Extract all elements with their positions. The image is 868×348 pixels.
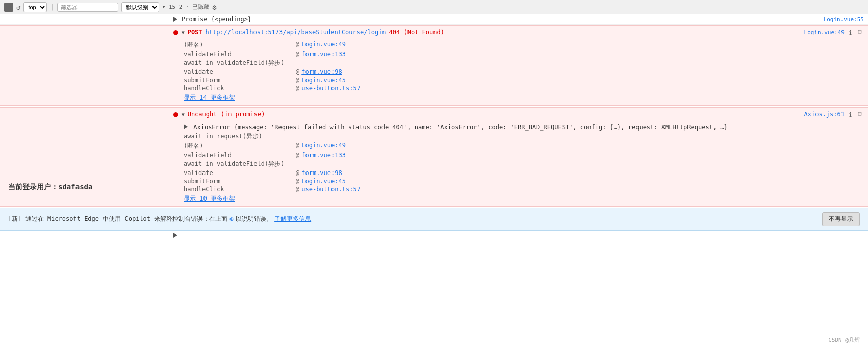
stack-row: await in validateField(异步): [0, 58, 868, 68]
copilot-dismiss-button[interactable]: 不再显示: [822, 212, 860, 226]
show-more-link-2[interactable]: 显示 10 更多框架: [184, 195, 235, 202]
func-await-request-2: await in request(异步): [184, 132, 296, 141]
prompt-icon: [173, 233, 177, 238]
func-validate-1: validate: [184, 68, 296, 76]
stack-row: submitForm @ Login.vue:45: [0, 76, 868, 84]
axios-error-row: AxiosError {message: 'Request failed wit…: [0, 122, 868, 132]
error-status-1: 404 (Not Found): [389, 29, 444, 36]
error-2-header: ● ▼ Uncaught (in promise) Axios.js:61 ℹ …: [0, 107, 868, 121]
stack-row: await in validateField(异步): [0, 159, 868, 169]
stack-row: validate @ form.vue:98: [0, 68, 868, 76]
file-link-anon-1[interactable]: Login.vue:49: [301, 41, 346, 48]
file-link-handleclick-2[interactable]: use-button.ts:57: [301, 186, 361, 193]
error-copy-icon-2[interactable]: ⧉: [856, 110, 864, 119]
error-dot-2: ●: [173, 110, 178, 118]
console-content: Promise {<pending>} Login.vue:55 ● ▼ POS…: [0, 14, 868, 240]
func-submitform-2: submitForm: [184, 178, 296, 185]
stack-row: validateField @ form.vue:133: [0, 151, 868, 159]
expand-axios-icon[interactable]: [184, 124, 188, 129]
triangle-down-1[interactable]: ▼: [182, 30, 185, 35]
footer: CSDN @几辉: [828, 336, 860, 344]
file-link-validatefield-1[interactable]: form.vue:133: [301, 51, 346, 58]
copilot-learn-link[interactable]: 了解更多信息: [274, 215, 311, 223]
settings-icon[interactable]: ⚙: [212, 3, 216, 11]
file-link-anon-2[interactable]: Login.vue:49: [301, 142, 346, 149]
file-link-submitform-2[interactable]: Login.vue:45: [301, 178, 346, 185]
expand-icon[interactable]: [173, 17, 177, 22]
func-handleclick-1: handleClick: [184, 85, 296, 92]
copilot-text-after: 以说明错误。: [236, 215, 272, 223]
copilot-banner: [新] 通过在 Microsoft Edge 中使用 Copilot 来解释控制…: [0, 208, 868, 231]
promise-text: Promise {<pending>}: [182, 16, 251, 23]
error-url-1[interactable]: http://localhost:5173/api/baseStudentCou…: [206, 29, 386, 36]
separator-icon: |: [50, 4, 54, 11]
stack-row: (匿名) @ Login.vue:49: [0, 40, 868, 50]
show-more-link-1[interactable]: 显示 14 更多框架: [184, 94, 235, 101]
error-info-icon-1[interactable]: ℹ: [848, 28, 853, 37]
func-validate-2: validate: [184, 169, 296, 177]
level-select[interactable]: 默认级别: [121, 2, 159, 12]
error-1-body: (匿名) @ Login.vue:49 validateField @ form…: [0, 39, 868, 105]
copilot-text-before: [新] 通过在 Microsoft Edge 中使用 Copilot 来解释控制…: [8, 215, 227, 223]
error-info-icon-2[interactable]: ℹ: [848, 110, 853, 119]
stack-row: handleClick @ use-button.ts:57: [0, 84, 868, 92]
prompt-row: [0, 231, 868, 240]
file-link-handleclick-1[interactable]: use-button.ts:57: [301, 85, 361, 92]
func-validatefield-2: validateField: [184, 152, 296, 159]
error-block-1: ● ▼ POST http://localhost:5173/api/baseS…: [0, 25, 868, 106]
uncaught-label: Uncaught (in promise): [188, 111, 265, 118]
show-more-1: 显示 14 更多框架: [0, 92, 868, 104]
promise-file-link[interactable]: Login.vue:55: [824, 16, 864, 23]
func-handleclick-2: handleClick: [184, 186, 296, 193]
current-user-label: 当前登录用户：sdafasda: [8, 183, 92, 191]
file-link-validate-1[interactable]: form.vue:98: [301, 68, 342, 76]
func-validatefield-1: validateField: [184, 51, 296, 58]
triangle-down-2[interactable]: ▼: [182, 112, 185, 117]
error-file-link-2[interactable]: Axios.js:61: [804, 111, 845, 118]
promise-row: Promise {<pending>} Login.vue:55: [0, 14, 868, 25]
top-bar: ↺ top | 默认级别 ▾ 15 2 · 已隐藏 ⚙: [0, 0, 868, 14]
refresh-icon[interactable]: ↺: [16, 3, 20, 11]
current-user-panel: 当前登录用户：sdafasda: [0, 179, 163, 196]
axios-error-text: AxiosError {message: 'Request failed wit…: [193, 123, 728, 131]
filter-input[interactable]: [57, 3, 118, 12]
top-level-select[interactable]: top: [23, 2, 47, 12]
func-anon-2: (匿名): [184, 142, 296, 151]
copilot-explain-icon[interactable]: ⊕: [229, 215, 234, 223]
devtools-icon: [4, 3, 13, 12]
stack-row: (匿名) @ Login.vue:49: [0, 141, 868, 151]
copilot-banner-text: [新] 通过在 Microsoft Edge 中使用 Copilot 来解释控制…: [8, 215, 311, 223]
error-file-link-1[interactable]: Login.vue:49: [804, 29, 845, 36]
file-link-validate-2[interactable]: form.vue:98: [301, 169, 342, 177]
func-anon-1: (匿名): [184, 41, 296, 49]
error-copy-icon-1[interactable]: ⧉: [856, 28, 864, 37]
stack-row: validateField @ form.vue:133: [0, 50, 868, 58]
stack-row: await in request(异步): [0, 132, 868, 141]
stack-row: validate @ form.vue:98: [0, 169, 868, 177]
func-submitform-1: submitForm: [184, 77, 296, 84]
count-badge: ▾ 15 2 · 已隐藏: [162, 3, 210, 11]
file-link-submitform-1[interactable]: Login.vue:45: [301, 77, 346, 84]
error-method-1: POST: [188, 29, 202, 36]
file-link-validatefield-2[interactable]: form.vue:133: [301, 152, 346, 159]
footer-text: CSDN @几辉: [828, 337, 860, 343]
func-await-validatefield-2: await in validateField(异步): [184, 160, 296, 168]
func-await-validatefield-1: await in validateField(异步): [184, 59, 296, 67]
error-dot-1: ●: [173, 28, 178, 36]
error-1-header: ● ▼ POST http://localhost:5173/api/baseS…: [0, 26, 868, 39]
